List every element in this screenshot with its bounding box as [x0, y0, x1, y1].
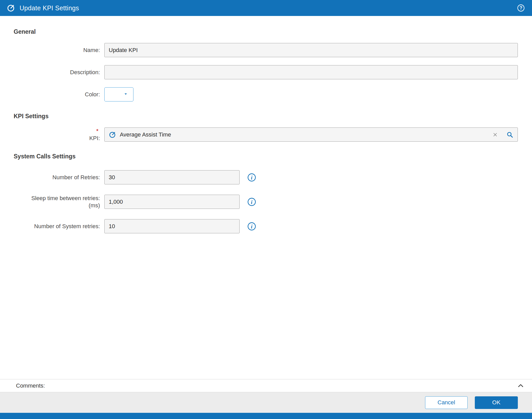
- update-kpi-settings-dialog: Update KPI Settings ? General Name: Desc…: [0, 0, 532, 419]
- kpi-picker-input[interactable]: Average Assist Time: [104, 127, 518, 142]
- svg-text:i: i: [251, 199, 252, 205]
- kpi-icon: [109, 131, 116, 139]
- caret-down-icon: [123, 92, 128, 97]
- chevron-up-icon[interactable]: [517, 382, 524, 389]
- bottom-accent-strip: [0, 413, 532, 419]
- description-input[interactable]: [104, 65, 518, 79]
- info-icon[interactable]: i: [247, 222, 256, 231]
- system-retries-label: Number of System retries:: [0, 223, 104, 230]
- retries-label: Number of Retries:: [0, 174, 104, 181]
- retries-input[interactable]: [104, 170, 240, 184]
- sleep-time-input[interactable]: [104, 195, 240, 209]
- help-icon[interactable]: ?: [517, 4, 525, 12]
- ok-button[interactable]: OK: [475, 396, 518, 409]
- comments-label: Comments:: [16, 382, 45, 389]
- sleep-time-label: Sleep time between retries: (ms): [0, 195, 104, 209]
- name-row: Name:: [0, 43, 532, 57]
- search-icon[interactable]: [506, 131, 513, 138]
- section-general: General: [14, 28, 532, 35]
- svg-text:i: i: [251, 174, 252, 181]
- dialog-footer: Cancel OK: [0, 392, 532, 413]
- kpi-icon: [7, 4, 15, 12]
- svg-text:i: i: [251, 223, 252, 229]
- info-icon[interactable]: i: [247, 173, 256, 182]
- name-label: Name:: [0, 47, 104, 54]
- svg-text:?: ?: [520, 5, 522, 11]
- description-row: Description:: [0, 65, 532, 79]
- kpi-selected-value: Average Assist Time: [120, 131, 171, 138]
- section-system-calls: System Calls Settings: [14, 153, 532, 160]
- dialog-title: Update KPI Settings: [20, 4, 79, 12]
- system-retries-row: Number of System retries: i: [0, 219, 532, 233]
- description-label: Description:: [0, 69, 104, 76]
- clear-x-icon[interactable]: [492, 132, 499, 138]
- color-row: Color:: [0, 87, 532, 101]
- color-label: Color:: [0, 91, 104, 98]
- required-marker: *: [0, 127, 98, 135]
- system-retries-input[interactable]: [104, 219, 240, 233]
- info-icon[interactable]: i: [247, 198, 256, 206]
- sleep-time-row: Sleep time between retries: (ms) i: [0, 195, 532, 209]
- kpi-row: *KPI: Average Assist Time: [0, 127, 532, 142]
- dialog-header: Update KPI Settings ?: [0, 0, 532, 16]
- section-kpi-settings: KPI Settings: [14, 113, 532, 120]
- comments-bar[interactable]: Comments:: [0, 379, 532, 392]
- color-dropdown[interactable]: [104, 87, 133, 101]
- kpi-label: *KPI:: [0, 127, 104, 142]
- retries-row: Number of Retries: i: [0, 170, 532, 184]
- cancel-button[interactable]: Cancel: [425, 396, 468, 409]
- dialog-body: General Name: Description: Color:: [0, 16, 532, 379]
- name-input[interactable]: [104, 43, 518, 57]
